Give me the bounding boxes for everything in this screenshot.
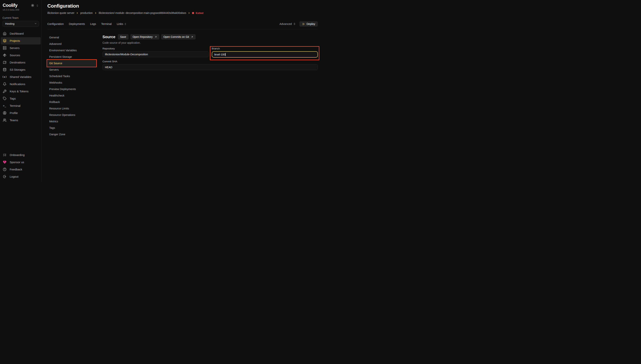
app-version: v4.0.0-beta.399 xyxy=(0,8,42,11)
breadcrumb: illicitonion quote serverproductionillic… xyxy=(47,12,318,14)
subnav-item-environment-variables[interactable]: Environment Variables xyxy=(47,47,103,54)
theme-sun-icon[interactable] xyxy=(31,4,34,8)
breadcrumb-item[interactable]: illicitonion quote server xyxy=(47,12,74,14)
subnav-item-metrics[interactable]: Metrics xyxy=(47,118,103,125)
chevrons-up-down-icon[interactable] xyxy=(36,4,39,8)
advanced-dropdown[interactable]: Advanced xyxy=(279,22,296,26)
subnav-item-scheduled-tasks[interactable]: Scheduled Tasks xyxy=(47,73,103,80)
sidebar-item-label: Destinations xyxy=(10,61,26,64)
terminal-icon: >_ xyxy=(3,104,7,107)
branch-input[interactable]: level-100 xyxy=(212,51,318,58)
configuration-content: GeneralAdvancedEnvironment VariablesPers… xyxy=(47,34,318,182)
save-button[interactable]: Save xyxy=(118,34,129,40)
subnav-item-danger-zone[interactable]: Danger Zone xyxy=(47,131,103,138)
chevron-right-icon xyxy=(188,12,190,14)
sidebar-item-dashboard[interactable]: Dashboard xyxy=(0,30,42,37)
sidebar-item-label: Notifications xyxy=(10,82,25,86)
server-icon xyxy=(3,46,7,50)
tab-label: Terminal xyxy=(101,22,112,26)
tab-label: Configuration xyxy=(47,22,64,26)
sidebar-item-shared-variables[interactable]: (x)Shared Variables xyxy=(0,73,42,80)
repository-label: Repository xyxy=(103,47,209,50)
sidebar-item-s3-storages[interactable]: S3 Storages xyxy=(0,66,42,73)
repository-input[interactable] xyxy=(103,51,209,57)
page-title: Configuration xyxy=(47,3,318,9)
sidebar-item-terminal[interactable]: >_Terminal xyxy=(0,102,42,110)
sidebar-item-label: Onboarding xyxy=(10,153,25,156)
sidebar-item-teams[interactable]: Teams xyxy=(0,117,42,124)
list-checks-icon xyxy=(3,153,7,157)
tab-label: Deployments xyxy=(69,22,85,26)
commit-sha-field: Commit SHA xyxy=(103,60,318,70)
subnav-item-webhooks[interactable]: Webhooks xyxy=(47,80,103,86)
sidebar-item-sponsor-us[interactable]: Sponsor us xyxy=(0,158,42,166)
deploy-label: Deploy xyxy=(307,22,315,26)
sidebar-item-label: Shared Variables xyxy=(10,75,31,78)
tab-deployments[interactable]: Deployments xyxy=(69,22,85,26)
current-team-label: Current Team xyxy=(0,16,42,20)
sidebar-item-projects[interactable]: Projects xyxy=(1,37,41,44)
chevron-right-icon xyxy=(76,12,79,14)
breadcrumb-item[interactable]: production xyxy=(80,12,93,14)
brand-row: Coolify xyxy=(0,3,42,8)
chevron-down-icon xyxy=(34,22,37,26)
sidebar-item-feedback[interactable]: Feedback xyxy=(0,166,42,173)
coolify-app: Coolify v4.0.0-beta.399 Current Team Hos… xyxy=(0,0,321,182)
sidebar-item-notifications[interactable]: Notifications xyxy=(0,80,42,88)
branch-label: Branch xyxy=(212,47,318,50)
sidebar: Coolify v4.0.0-beta.399 Current Team Hos… xyxy=(0,0,42,182)
sidebar-item-label: Sponsor us xyxy=(10,160,24,164)
branch-field: Branch level-100 xyxy=(212,47,318,58)
sidebar-item-logout[interactable]: Logout xyxy=(0,173,42,180)
open-repository-button[interactable]: Open Repository xyxy=(130,34,159,40)
sidebar-item-destinations[interactable]: Destinations xyxy=(0,59,42,66)
sidebar-item-label: Keys & Tokens xyxy=(10,90,29,93)
repository-field: Repository xyxy=(103,47,209,58)
open-commits-button[interactable]: Open Commits on Git xyxy=(161,34,196,40)
brand-icons xyxy=(31,4,39,8)
database-icon xyxy=(3,68,7,72)
commit-sha-input[interactable] xyxy=(103,64,318,70)
subnav-item-advanced[interactable]: Advanced xyxy=(47,41,103,47)
tabs-list: ConfigurationDeploymentsLogsTerminalLink… xyxy=(47,22,127,26)
sidebar-item-keys-tokens[interactable]: Keys & Tokens xyxy=(0,88,42,95)
bell-icon xyxy=(3,82,7,86)
text-cursor xyxy=(225,53,226,56)
subnav-item-git-source[interactable]: Git Source xyxy=(47,60,96,66)
status-label: Exited xyxy=(196,12,203,14)
breadcrumb-item[interactable]: illicitestonion/-module--decomposition:m… xyxy=(99,12,186,14)
subnav-item-servers[interactable]: Servers xyxy=(47,66,103,73)
tabs-row: ConfigurationDeploymentsLogsTerminalLink… xyxy=(47,21,318,26)
sidebar-item-servers[interactable]: Servers xyxy=(0,44,42,52)
advanced-label: Advanced xyxy=(279,22,292,26)
sidebar-item-label: Sources xyxy=(10,54,20,57)
sidebar-item-label: Projects xyxy=(10,39,20,42)
sidebar-item-profile[interactable]: Profile xyxy=(0,110,42,117)
sidebar-item-label: Logout xyxy=(10,175,19,178)
tab-links[interactable]: Links xyxy=(117,22,127,26)
sidebar-item-sources[interactable]: Sources xyxy=(0,52,42,59)
subnav-item-preview-deployments[interactable]: Preview Deployments xyxy=(47,86,103,92)
users-icon xyxy=(3,118,7,122)
tab-logs[interactable]: Logs xyxy=(90,22,96,26)
sidebar-item-label: Tags xyxy=(10,97,16,100)
config-subnav: GeneralAdvancedEnvironment VariablesPers… xyxy=(47,34,103,182)
subnav-item-general[interactable]: General xyxy=(47,34,103,41)
subnav-item-healthcheck[interactable]: Healthcheck xyxy=(47,92,103,99)
tabs-divider xyxy=(47,29,318,29)
tag-icon xyxy=(3,97,7,100)
subnav-item-resource-operations[interactable]: Resource Operations xyxy=(47,112,103,118)
deploy-button[interactable]: Deploy xyxy=(299,21,318,26)
sidebar-item-tags[interactable]: Tags xyxy=(0,95,42,102)
team-select[interactable]: Hosting xyxy=(3,21,39,27)
sidebar-item-onboarding[interactable]: Onboarding xyxy=(0,151,42,158)
subnav-item-tags[interactable]: Tags xyxy=(47,125,103,131)
subnav-item-rollback[interactable]: Rollback xyxy=(47,99,103,105)
subnav-item-resource-limits[interactable]: Resource Limits xyxy=(47,105,103,112)
map-icon xyxy=(3,60,7,64)
tab-configuration[interactable]: Configuration xyxy=(47,22,64,26)
subnav-item-persistent-storage[interactable]: Persistent Storage xyxy=(47,54,103,60)
chevrons-up-down-icon xyxy=(293,22,296,25)
tab-terminal[interactable]: Terminal xyxy=(101,22,112,26)
sidebar-item-label: Dashboard xyxy=(10,32,24,35)
